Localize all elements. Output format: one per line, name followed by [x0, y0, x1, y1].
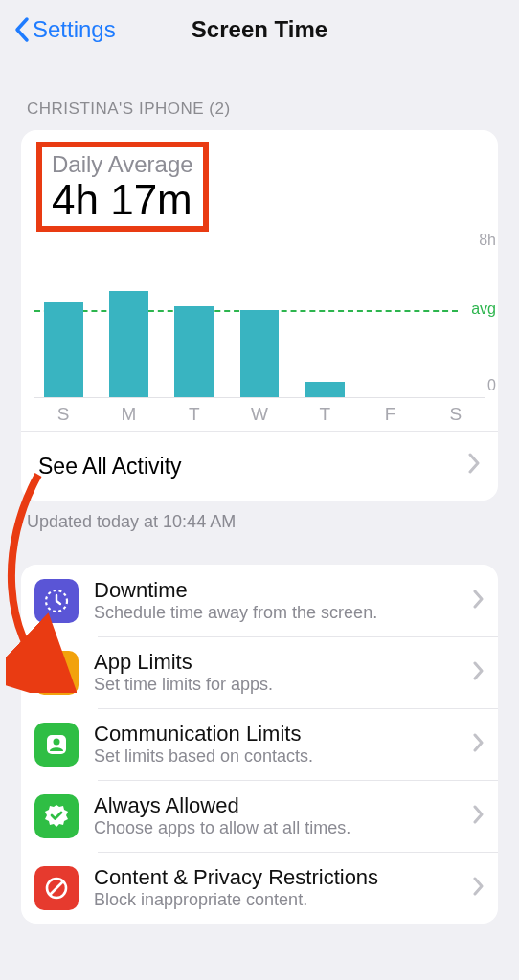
row-subtitle: Block inappropriate content. — [94, 890, 457, 910]
chevron-right-icon — [472, 590, 485, 612]
daily-average-highlight: Daily Average 4h 17m — [36, 142, 209, 232]
chart-bar — [169, 245, 219, 397]
nav-bar: Settings Screen Time — [0, 0, 519, 59]
row-app-limits[interactable]: App LimitsSet time limits for apps. — [21, 636, 498, 708]
chart-bar — [235, 245, 284, 397]
daily-average-label: Daily Average — [52, 151, 193, 178]
row-title: Communication Limits — [94, 722, 457, 746]
check-badge-icon — [34, 794, 79, 838]
chart-bar — [365, 245, 415, 397]
settings-list: DowntimeSchedule time away from the scre… — [21, 565, 498, 924]
chart-day-label: T — [300, 404, 350, 425]
chart-day-label: F — [365, 404, 415, 425]
chart-day-label: W — [235, 404, 284, 425]
updated-text: Updated today at 10:44 AM — [0, 501, 519, 532]
chevron-right-icon — [472, 877, 485, 900]
row-communication-limits[interactable]: Communication LimitsSet limits based on … — [21, 708, 498, 780]
row-content-privacy-restrictions[interactable]: Content & Privacy RestrictionsBlock inap… — [21, 852, 498, 924]
back-label: Settings — [33, 16, 116, 43]
chart-ymin-label: 0 — [487, 377, 496, 394]
chart-bar — [103, 245, 153, 397]
chevron-left-icon — [13, 16, 31, 43]
chart-day-label: S — [431, 404, 481, 425]
chevron-right-icon — [467, 453, 481, 479]
svg-line-4 — [50, 881, 63, 895]
chart-bar — [300, 245, 350, 397]
usage-card: Daily Average 4h 17m 8h avg 0 SMTWTFS Se… — [21, 130, 498, 501]
row-subtitle: Schedule time away from the screen. — [94, 603, 457, 623]
row-title: Content & Privacy Restrictions — [94, 865, 457, 890]
svg-point-2 — [54, 738, 60, 745]
usage-chart: 8h avg 0 SMTWTFS — [21, 235, 498, 431]
hourglass-icon — [34, 651, 79, 695]
contact-icon — [34, 723, 79, 767]
chart-day-label: S — [38, 404, 88, 425]
device-section-header: CHRISTINA'S IPHONE (2) — [0, 59, 519, 130]
row-subtitle: Set limits based on contacts. — [94, 746, 457, 767]
see-all-activity-label: See All Activity — [38, 454, 182, 479]
chevron-right-icon — [472, 661, 485, 684]
daily-average-value: 4h 17m — [52, 178, 193, 222]
row-title: Downtime — [94, 578, 457, 603]
chart-bar — [38, 245, 88, 397]
back-button[interactable]: Settings — [13, 16, 116, 43]
downtime-icon — [34, 579, 79, 623]
row-subtitle: Choose apps to allow at all times. — [94, 818, 457, 838]
row-downtime[interactable]: DowntimeSchedule time away from the scre… — [21, 565, 498, 636]
no-entry-icon — [34, 866, 79, 910]
chart-bar — [431, 245, 481, 397]
chevron-right-icon — [472, 733, 485, 756]
chart-day-label: T — [169, 404, 219, 425]
chart-day-label: M — [103, 404, 153, 425]
see-all-activity-row[interactable]: See All Activity — [21, 431, 498, 501]
row-title: Always Allowed — [94, 793, 457, 818]
chevron-right-icon — [472, 805, 485, 828]
row-always-allowed[interactable]: Always AllowedChoose apps to allow at al… — [21, 780, 498, 852]
row-title: App Limits — [94, 650, 457, 675]
row-subtitle: Set time limits for apps. — [94, 675, 457, 695]
